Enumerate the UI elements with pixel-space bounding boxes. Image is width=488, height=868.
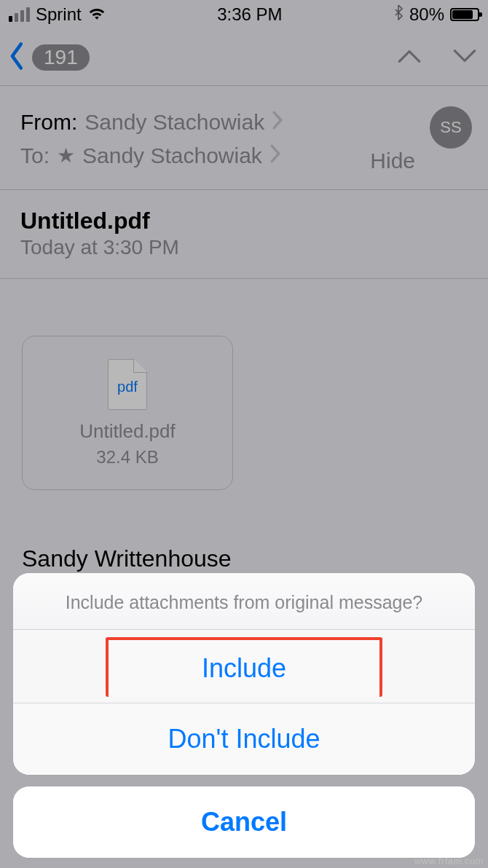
action-sheet-message: Include attachments from original messag… <box>13 573 475 630</box>
watermark: www.frfam.com <box>414 856 484 867</box>
include-button[interactable]: Include <box>106 637 382 697</box>
action-sheet-cancel-group: Cancel <box>13 786 475 858</box>
dont-include-button[interactable]: Don't Include <box>13 703 475 775</box>
action-sheet-group: Include attachments from original messag… <box>13 573 475 775</box>
cancel-button[interactable]: Cancel <box>13 786 475 858</box>
action-sheet: Include attachments from original messag… <box>13 573 475 858</box>
